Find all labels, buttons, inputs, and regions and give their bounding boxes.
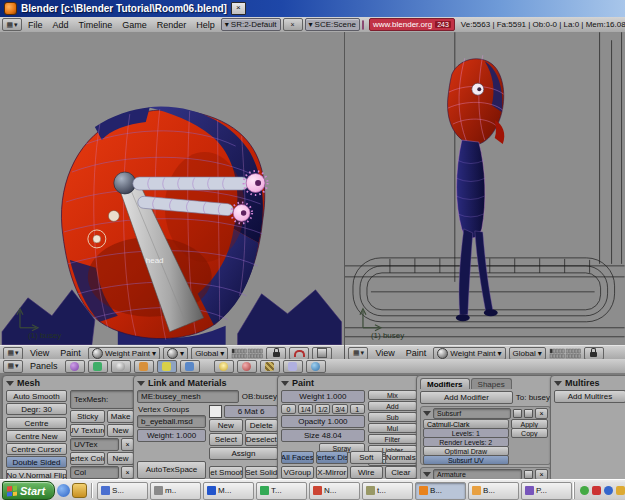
layers-widget[interactable] xyxy=(231,348,263,359)
auto-smooth-toggle[interactable]: Auto Smooth xyxy=(6,390,67,402)
weight-preset-quarter[interactable]: 1/4 xyxy=(298,404,313,414)
material-color-swatch[interactable] xyxy=(209,405,222,418)
menu-help[interactable]: Help xyxy=(192,20,219,30)
collapse-triangle-icon[interactable] xyxy=(6,381,14,386)
subsurf-copy-button[interactable]: Copy xyxy=(511,428,548,438)
set-smooth-button[interactable]: Set Smooth xyxy=(209,466,243,479)
material-counter[interactable]: 6 Mat 6 xyxy=(224,405,278,418)
titlebar[interactable]: Blender [c:\Blender Tutorial\Room06.blen… xyxy=(0,0,625,17)
panel-multires-header[interactable]: Multires xyxy=(554,378,625,388)
wire-toggle[interactable]: Wire xyxy=(350,466,383,479)
centre-new-button[interactable]: Centre New xyxy=(6,430,67,442)
panels-menu[interactable]: Panels xyxy=(26,361,62,371)
brush-mode-sub[interactable]: Sub xyxy=(368,412,417,422)
add-multires-button[interactable]: Add Multires xyxy=(554,390,625,403)
modifier-render-toggle-icon[interactable] xyxy=(513,409,522,418)
scene-selector[interactable]: ▾SCE:Scene xyxy=(305,18,360,31)
viewport-3d-right[interactable]: (1) busey xyxy=(345,32,625,345)
menu-game[interactable]: Game xyxy=(118,20,151,30)
viewport-3d-left[interactable]: head (1) busey xyxy=(0,32,344,345)
task-button[interactable]: M... xyxy=(203,482,254,500)
normals-toggle[interactable]: Normals xyxy=(385,451,418,464)
menu-render[interactable]: Render xyxy=(153,20,191,30)
uv-texture-new-button[interactable]: New xyxy=(107,424,134,437)
material-assign-button[interactable]: Assign xyxy=(209,447,278,460)
task-button[interactable]: B... xyxy=(468,482,519,500)
task-button[interactable]: m.. xyxy=(150,482,201,500)
set-solid-button[interactable]: Set Solid xyxy=(245,466,279,479)
script-context-button[interactable] xyxy=(88,360,108,373)
x-mirror-toggle[interactable]: X-Mirror xyxy=(316,466,349,479)
viewport-type-menu[interactable]: ▦▾ xyxy=(348,347,368,360)
material-new-button[interactable]: New xyxy=(209,419,243,432)
lock-button[interactable] xyxy=(266,347,286,360)
weight-preset-threequarter[interactable]: 3/4 xyxy=(332,404,347,414)
paint-menu[interactable]: Paint xyxy=(402,348,431,358)
object-context-button[interactable] xyxy=(134,360,154,373)
mesh-datablock-field[interactable]: ME:busey_mesh xyxy=(137,390,239,403)
brush-mode-mul[interactable]: Mul xyxy=(368,423,417,433)
vertex-color-new-button[interactable]: New xyxy=(107,452,134,465)
material-subcontext-button[interactable] xyxy=(237,360,257,373)
orientation-dropdown[interactable]: Global▾ xyxy=(509,347,546,360)
panel-mesh-header[interactable]: Mesh xyxy=(6,378,134,388)
snap-button[interactable] xyxy=(289,347,309,360)
tray-icon-2[interactable] xyxy=(592,486,601,495)
close-icon[interactable]: × xyxy=(231,2,246,15)
brush-mode-mix[interactable]: Mix xyxy=(368,390,417,400)
double-sided-toggle[interactable]: Double Sided xyxy=(6,456,67,468)
sticky-button[interactable]: Sticky xyxy=(70,410,105,423)
start-button[interactable]: Start xyxy=(2,481,55,500)
screen-selector[interactable]: ▾SR:2-Default xyxy=(221,18,281,31)
panel-paint-header[interactable]: Paint xyxy=(281,378,417,388)
collapse-triangle-icon[interactable] xyxy=(423,472,431,477)
clear-button[interactable]: Clear xyxy=(385,466,418,479)
paint-weight-slider[interactable]: Weight 1.000 xyxy=(281,390,365,403)
quicklaunch-icon-2[interactable] xyxy=(72,483,87,498)
paint-opacity-slider[interactable]: Opacity 1.000 xyxy=(281,415,365,428)
lamp-subcontext-button[interactable] xyxy=(214,360,234,373)
editing-context-button[interactable] xyxy=(157,360,177,373)
vertex-dist-toggle[interactable]: Vertex Dist xyxy=(316,451,349,464)
radiosity-subcontext-button[interactable] xyxy=(283,360,303,373)
material-deselect-button[interactable]: Deselect xyxy=(245,433,279,446)
vgroup-toggle[interactable]: VGroup xyxy=(281,466,314,479)
orientation-dropdown[interactable]: Global▾ xyxy=(191,347,228,360)
centre-cursor-button[interactable]: Centre Cursor xyxy=(6,443,67,455)
add-modifier-button[interactable]: Add Modifier xyxy=(420,391,513,404)
tray-icon-4[interactable] xyxy=(616,486,625,495)
menu-timeline[interactable]: Timeline xyxy=(75,20,117,30)
subsurf-uv-toggle[interactable]: Subsurf UV xyxy=(423,455,509,465)
scene-context-button[interactable] xyxy=(180,360,200,373)
world-subcontext-button[interactable] xyxy=(306,360,326,373)
collapse-triangle-icon[interactable] xyxy=(554,381,562,386)
paint-menu[interactable]: Paint xyxy=(56,348,85,358)
window-type-menu[interactable]: ▦▾ xyxy=(2,18,22,31)
armature-delete-button[interactable]: × xyxy=(535,469,548,480)
tab-modifiers[interactable]: Modifiers xyxy=(420,378,470,389)
uv-texture-button[interactable]: UV Texture xyxy=(70,424,105,437)
all-faces-toggle[interactable]: All Faces xyxy=(281,451,314,464)
brush-mode-add[interactable]: Add xyxy=(368,401,417,411)
task-button[interactable]: P... xyxy=(521,482,572,500)
panel-link-header[interactable]: Link and Materials xyxy=(137,378,278,388)
task-button[interactable]: B... xyxy=(415,482,466,500)
modifier-realtime-toggle-icon[interactable] xyxy=(524,409,533,418)
vertex-color-name-field[interactable]: Col xyxy=(70,466,119,479)
task-button[interactable]: N... xyxy=(309,482,360,500)
centre-button[interactable]: Centre xyxy=(6,417,67,429)
texture-subcontext-button[interactable] xyxy=(260,360,280,373)
task-button[interactable]: S... xyxy=(97,482,148,500)
material-select-button[interactable]: Select xyxy=(209,433,243,446)
blender-url-badge[interactable]: www.blender.org243 xyxy=(369,18,455,31)
viewport-type-menu[interactable]: ▦▾ xyxy=(3,347,23,360)
collapse-triangle-icon[interactable] xyxy=(423,411,431,416)
mode-dropdown[interactable]: Weight Paint▾ xyxy=(88,347,160,360)
subsurf-name-field[interactable]: Subsurf xyxy=(433,408,511,419)
collapse-triangle-icon[interactable] xyxy=(281,381,289,386)
layers-widget[interactable] xyxy=(549,348,581,359)
collapse-triangle-icon[interactable] xyxy=(137,381,145,386)
paint-size-slider[interactable]: Size 48.04 xyxy=(281,429,365,442)
subsurf-delete-button[interactable]: × xyxy=(535,408,548,419)
task-button[interactable]: t... xyxy=(362,482,413,500)
